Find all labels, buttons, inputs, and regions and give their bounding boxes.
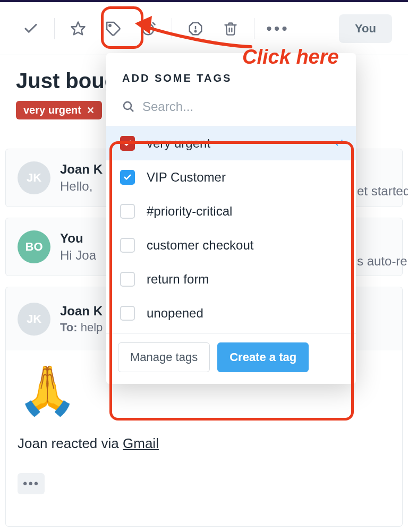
reaction-source-link[interactable]: Gmail [123,435,159,451]
checkbox-checked[interactable] [120,136,135,151]
star-icon [70,21,86,37]
toolbar-divider [254,18,254,39]
search-icon [122,100,135,113]
message-snippet: Hi Joa [60,248,96,263]
star-button[interactable] [63,14,93,44]
mark-done-button[interactable] [16,14,46,44]
tag-option-label: unopened [147,306,203,321]
svg-point-7 [124,102,131,109]
svg-point-1 [109,24,110,26]
more-actions-button[interactable]: ••• [263,14,293,44]
tag-option[interactable]: customer checkout [106,228,356,262]
toolbar-divider [54,18,55,39]
checkbox-unchecked[interactable] [120,272,135,287]
reaction-prefix: Joan reacted via [18,435,123,451]
message-snippet-fragment: s auto-re [357,254,407,269]
ellipsis-icon: ••• [23,476,39,491]
add-tags-dropdown: ADD SOME TAGS very urgent ↵ VIP Customer… [106,53,356,384]
message-to-line: To: To: helphelp [60,321,103,334]
tag-option-label: customer checkout [147,238,253,253]
tag-option-label: VIP Customer [147,170,226,185]
manage-tags-button[interactable]: Manage tags [118,342,210,372]
create-tag-button[interactable]: Create a tag [217,342,309,372]
svg-line-8 [130,108,133,111]
tag-option[interactable]: very urgent ↵ [106,126,356,160]
alarm-icon [140,21,156,37]
tag-option[interactable]: unopened [106,296,356,330]
check-icon [23,21,39,37]
reaction-text: Joan reacted via Gmail [18,435,390,452]
octagon-alert-icon [188,21,203,37]
avatar: JK [18,161,50,194]
tag-option-list: very urgent ↵ VIP Customer #priority-cri… [106,126,356,330]
checkbox-unchecked[interactable] [120,204,135,219]
tag-option-label: #priority-critical [147,204,232,219]
toolbar: ••• You [0,2,408,55]
avatar: BO [18,230,50,263]
tag-option-label: return form [147,272,209,287]
expand-quoted-button[interactable]: ••• [18,473,45,494]
message-snippet-fragment: et started [357,184,408,199]
dropdown-heading: ADD SOME TAGS [106,53,356,94]
trash-icon [223,21,238,36]
applied-tag-label: very urgent [23,104,81,116]
tag-option[interactable]: return form [106,262,356,296]
assignee-pill[interactable]: You [339,14,392,43]
tag-option-label: very urgent [147,136,210,151]
tag-option[interactable]: #priority-critical [106,194,356,228]
message-sender: You [60,231,96,246]
message-snippet: Hello, [60,179,103,194]
checkbox-unchecked[interactable] [120,306,135,321]
delete-button[interactable] [216,14,245,44]
tag-search-input[interactable] [142,99,340,114]
dropdown-footer: Manage tags Create a tag [106,333,356,376]
svg-marker-0 [72,22,85,35]
snooze-button[interactable] [133,14,163,44]
avatar: JK [18,303,50,336]
page-title: Just boug [16,69,117,93]
checkbox-unchecked[interactable] [120,238,135,253]
applied-tag-chip[interactable]: very urgent ✕ [16,101,102,119]
remove-tag-icon[interactable]: ✕ [87,105,95,116]
tag-option[interactable]: VIP Customer [106,160,356,194]
message-sender: Joan K [60,162,103,177]
ellipsis-icon: ••• [266,20,290,38]
message-sender: Joan K [60,304,103,319]
tag-icon [105,20,122,37]
tag-search-row [106,94,356,126]
spam-button[interactable] [181,14,210,44]
toolbar-divider [172,18,172,39]
tag-button[interactable] [98,14,128,44]
svg-point-5 [195,30,197,32]
checkbox-checked[interactable] [120,170,135,185]
enter-key-icon: ↵ [335,136,344,150]
